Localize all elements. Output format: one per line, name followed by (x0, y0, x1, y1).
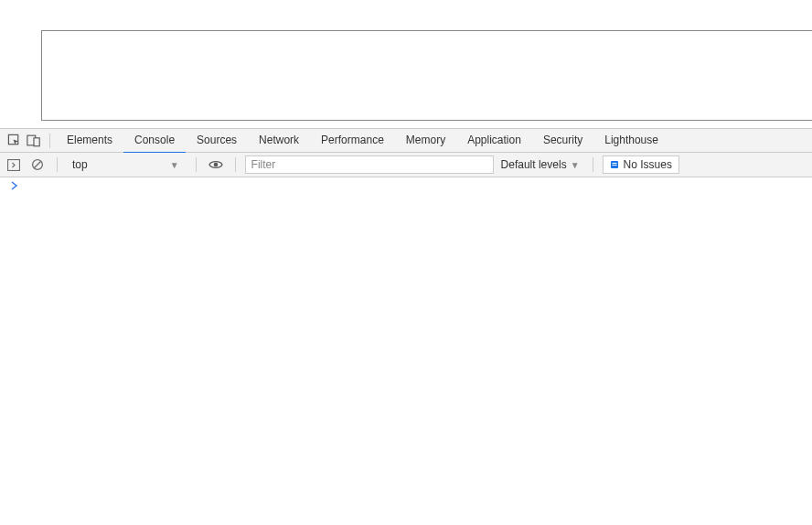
live-expression-eye-icon[interactable] (206, 155, 226, 175)
filter-input[interactable] (245, 155, 494, 174)
devtools-tab-bar: Elements Console Sources Network Perform… (0, 128, 812, 153)
console-toolbar: top ▼ Default levels ▼ No Iss (0, 153, 812, 177)
issues-button[interactable]: No Issues (603, 155, 679, 174)
page-viewport-frame (41, 30, 812, 121)
separator (196, 157, 197, 172)
inspect-element-icon[interactable] (4, 129, 24, 153)
issues-label: No Issues (624, 158, 672, 171)
tab-sources[interactable]: Sources (186, 129, 248, 154)
toggle-device-toolbar-icon[interactable] (24, 129, 44, 153)
separator (57, 157, 58, 172)
svg-rect-2 (34, 138, 39, 146)
clear-console-icon[interactable] (27, 155, 48, 175)
tab-lighthouse[interactable]: Lighthouse (593, 129, 669, 154)
devtools-panel: Elements Console Sources Network Perform… (0, 128, 812, 525)
separator (593, 157, 593, 172)
svg-point-6 (213, 163, 218, 167)
separator (235, 157, 236, 172)
tab-network[interactable]: Network (248, 129, 310, 154)
prompt-chevron-icon (11, 181, 18, 190)
separator (49, 134, 50, 148)
log-levels-label: Default levels (501, 158, 567, 171)
tab-application[interactable]: Application (456, 129, 532, 154)
svg-rect-3 (8, 159, 20, 170)
devtools-tabs: Elements Console Sources Network Perform… (56, 129, 669, 152)
tab-performance[interactable]: Performance (310, 129, 395, 154)
tab-elements[interactable]: Elements (56, 129, 123, 154)
console-output-area[interactable] (0, 177, 812, 525)
execution-context-label: top (72, 158, 88, 171)
issues-icon (610, 160, 619, 169)
tab-memory[interactable]: Memory (395, 129, 456, 154)
execution-context-selector[interactable]: top ▼ (67, 158, 187, 171)
tab-console[interactable]: Console (123, 129, 186, 154)
svg-rect-9 (612, 165, 616, 166)
svg-rect-8 (612, 163, 616, 164)
chevron-down-icon: ▼ (170, 160, 179, 170)
svg-line-5 (34, 161, 40, 167)
tab-security[interactable]: Security (532, 129, 593, 154)
toggle-console-sidebar-icon[interactable] (4, 155, 24, 175)
log-levels-selector[interactable]: Default levels ▼ (497, 158, 583, 171)
chevron-down-icon: ▼ (571, 160, 580, 170)
console-prompt[interactable] (4, 179, 808, 192)
